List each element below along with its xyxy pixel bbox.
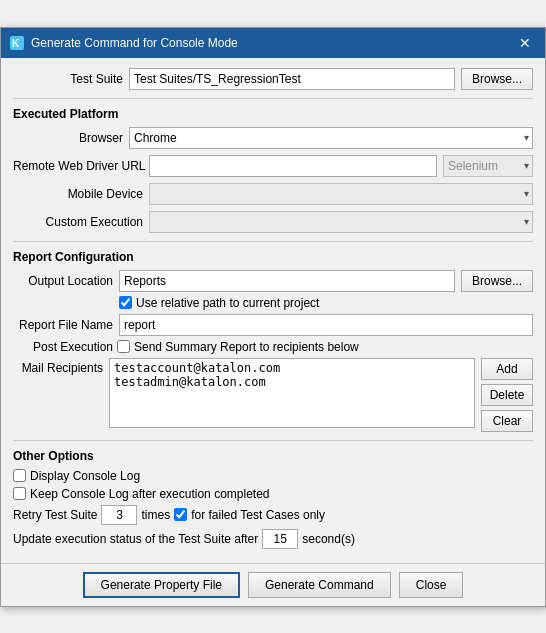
mail-recipients-row: Mail Recipients testaccount@katalon.com … [13,358,533,432]
browser-label: Browser [13,131,123,145]
output-location-input[interactable] [119,270,455,292]
window-title: Generate Command for Console Mode [31,36,238,50]
content-area: Test Suite Browse... Executed Platform B… [1,58,545,563]
update-status-input[interactable] [262,529,298,549]
divider-3 [13,440,533,441]
test-suite-browse-button[interactable]: Browse... [461,68,533,90]
update-status-label: Update execution status of the Test Suit… [13,532,258,546]
title-bar-left: K Generate Command for Console Mode [9,35,238,51]
delete-mail-button[interactable]: Delete [481,384,533,406]
other-options-section: Other Options Display Console Log Keep C… [13,449,533,549]
post-execution-label: Post Execution [13,340,113,354]
remote-url-row: Remote Web Driver URL Selenium ▾ [13,155,533,177]
selenium-select[interactable]: Selenium [443,155,533,177]
browser-row: Browser Chrome ▾ [13,127,533,149]
divider-2 [13,241,533,242]
update-status-row: Update execution status of the Test Suit… [13,529,533,549]
update-status-suffix: second(s) [302,532,355,546]
mobile-device-select[interactable] [149,183,533,205]
retry-times-label: times [141,508,170,522]
retry-value-input[interactable] [101,505,137,525]
add-mail-button[interactable]: Add [481,358,533,380]
mail-action-buttons: Add Delete Clear [481,358,533,432]
app-icon: K [9,35,25,51]
window-close-button[interactable]: ✕ [513,34,537,52]
custom-execution-select-wrapper: ▾ [149,211,533,233]
report-config-section-label: Report Configuration [13,250,533,264]
output-location-browse-button[interactable]: Browse... [461,270,533,292]
test-suite-row: Test Suite Browse... [13,68,533,90]
report-file-name-input[interactable] [119,314,533,336]
send-summary-checkbox[interactable] [117,340,130,353]
report-file-name-label: Report File Name [13,318,113,332]
display-console-log-row: Display Console Log [13,469,533,483]
display-console-log-checkbox[interactable] [13,469,26,482]
browser-select[interactable]: Chrome [129,127,533,149]
keep-console-log-checkbox[interactable] [13,487,26,500]
report-file-name-row: Report File Name [13,314,533,336]
remote-url-label: Remote Web Driver URL [13,159,143,173]
custom-execution-select[interactable] [149,211,533,233]
test-suite-input[interactable] [129,68,455,90]
post-execution-row: Post Execution Send Summary Report to re… [13,340,533,354]
mobile-device-select-wrapper: ▾ [149,183,533,205]
other-options-section-label: Other Options [13,449,533,463]
keep-console-log-row: Keep Console Log after execution complet… [13,487,533,501]
display-console-log-label: Display Console Log [30,469,140,483]
keep-console-log-label: Keep Console Log after execution complet… [30,487,270,501]
test-suite-label: Test Suite [13,72,123,86]
retry-label: Retry Test Suite [13,508,97,522]
divider-1 [13,98,533,99]
close-button[interactable]: Close [399,572,464,598]
browser-select-wrapper: Chrome ▾ [129,127,533,149]
relative-path-label: Use relative path to current project [136,296,319,310]
retry-failed-label: for failed Test Cases only [191,508,325,522]
svg-text:K: K [12,38,20,49]
custom-execution-row: Custom Execution ▾ [13,211,533,233]
retry-test-suite-row: Retry Test Suite times for failed Test C… [13,505,533,525]
mobile-device-row: Mobile Device ▾ [13,183,533,205]
main-window: K Generate Command for Console Mode ✕ Te… [0,27,546,607]
remote-url-input[interactable] [149,155,437,177]
retry-failed-checkbox[interactable] [174,508,187,521]
relative-path-checkbox[interactable] [119,296,132,309]
title-bar: K Generate Command for Console Mode ✕ [1,28,545,58]
custom-execution-label: Custom Execution [13,215,143,229]
mail-recipients-label: Mail Recipients [13,361,103,375]
selenium-select-wrapper: Selenium ▾ [443,155,533,177]
mobile-device-label: Mobile Device [13,187,143,201]
mail-recipients-textarea[interactable]: testaccount@katalon.com testadmin@katalo… [109,358,475,428]
send-summary-label: Send Summary Report to recipients below [134,340,359,354]
relative-path-row: Use relative path to current project [119,296,533,310]
output-location-label: Output Location [13,274,113,288]
executed-platform-section-label: Executed Platform [13,107,533,121]
output-location-row: Output Location Browse... [13,270,533,292]
footer-bar: Generate Property File Generate Command … [1,563,545,606]
clear-mail-button[interactable]: Clear [481,410,533,432]
generate-command-button[interactable]: Generate Command [248,572,391,598]
generate-property-file-button[interactable]: Generate Property File [83,572,240,598]
